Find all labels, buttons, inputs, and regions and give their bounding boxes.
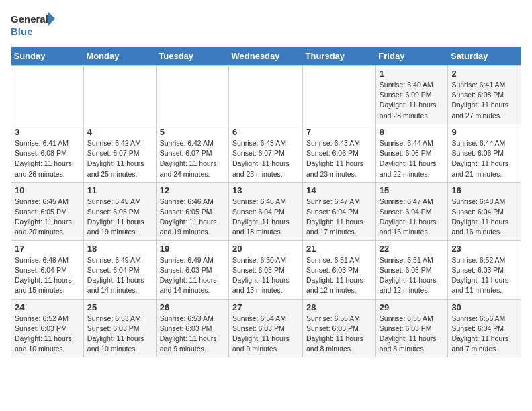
weekday-header: Sunday bbox=[11, 47, 84, 66]
calendar-day-cell: 12Sunrise: 6:46 AM Sunset: 6:05 PM Dayli… bbox=[156, 182, 228, 240]
calendar-day-cell: 20Sunrise: 6:50 AM Sunset: 6:03 PM Dayli… bbox=[229, 240, 303, 299]
calendar-day-cell bbox=[11, 66, 84, 124]
weekday-header: Monday bbox=[83, 47, 156, 66]
calendar-day-cell bbox=[83, 66, 156, 124]
calendar-day-cell: 22Sunrise: 6:51 AM Sunset: 6:03 PM Dayli… bbox=[375, 240, 448, 299]
day-info: Sunrise: 6:42 AM Sunset: 6:07 PM Dayligh… bbox=[87, 138, 152, 179]
day-number: 21 bbox=[306, 244, 372, 254]
calendar-day-cell: 1Sunrise: 6:40 AM Sunset: 6:09 PM Daylig… bbox=[375, 66, 448, 124]
calendar-day-cell bbox=[303, 66, 376, 124]
weekday-header: Saturday bbox=[448, 47, 521, 66]
calendar-day-cell: 28Sunrise: 6:55 AM Sunset: 6:03 PM Dayli… bbox=[303, 299, 376, 357]
day-number: 16 bbox=[451, 185, 517, 195]
day-info: Sunrise: 6:48 AM Sunset: 6:04 PM Dayligh… bbox=[451, 197, 517, 238]
calendar-day-cell bbox=[229, 66, 303, 124]
day-number: 3 bbox=[15, 127, 80, 137]
day-number: 13 bbox=[232, 185, 299, 195]
day-number: 5 bbox=[160, 127, 225, 137]
day-number: 22 bbox=[380, 244, 445, 254]
day-info: Sunrise: 6:56 AM Sunset: 6:04 PM Dayligh… bbox=[451, 314, 517, 355]
day-number: 11 bbox=[87, 185, 152, 195]
day-number: 2 bbox=[451, 68, 517, 79]
calendar-day-cell: 26Sunrise: 6:53 AM Sunset: 6:03 PM Dayli… bbox=[156, 299, 228, 357]
calendar-day-cell: 13Sunrise: 6:46 AM Sunset: 6:04 PM Dayli… bbox=[229, 182, 303, 240]
day-info: Sunrise: 6:50 AM Sunset: 6:03 PM Dayligh… bbox=[232, 255, 299, 296]
day-info: Sunrise: 6:45 AM Sunset: 6:05 PM Dayligh… bbox=[15, 197, 80, 238]
logo-svg: General Blue bbox=[11, 11, 58, 40]
calendar-day-cell: 16Sunrise: 6:48 AM Sunset: 6:04 PM Dayli… bbox=[448, 182, 521, 240]
calendar-day-cell: 15Sunrise: 6:47 AM Sunset: 6:04 PM Dayli… bbox=[375, 182, 448, 240]
day-number: 28 bbox=[306, 302, 372, 312]
day-number: 1 bbox=[380, 68, 445, 79]
calendar-day-cell bbox=[156, 66, 228, 124]
day-number: 4 bbox=[87, 127, 152, 137]
calendar-day-cell: 2Sunrise: 6:41 AM Sunset: 6:08 PM Daylig… bbox=[448, 66, 521, 124]
day-number: 6 bbox=[232, 127, 299, 137]
day-number: 8 bbox=[380, 127, 445, 137]
page-header: General Blue bbox=[11, 11, 521, 40]
day-info: Sunrise: 6:49 AM Sunset: 6:04 PM Dayligh… bbox=[87, 255, 152, 296]
day-info: Sunrise: 6:54 AM Sunset: 6:03 PM Dayligh… bbox=[232, 314, 299, 355]
calendar-week-row: 1Sunrise: 6:40 AM Sunset: 6:09 PM Daylig… bbox=[11, 66, 521, 124]
calendar-day-cell: 8Sunrise: 6:44 AM Sunset: 6:06 PM Daylig… bbox=[375, 124, 448, 182]
day-number: 30 bbox=[451, 302, 517, 312]
calendar-day-cell: 10Sunrise: 6:45 AM Sunset: 6:05 PM Dayli… bbox=[11, 182, 84, 240]
calendar-week-row: 17Sunrise: 6:48 AM Sunset: 6:04 PM Dayli… bbox=[11, 240, 521, 299]
day-info: Sunrise: 6:46 AM Sunset: 6:05 PM Dayligh… bbox=[160, 197, 225, 238]
day-info: Sunrise: 6:44 AM Sunset: 6:06 PM Dayligh… bbox=[380, 138, 445, 179]
svg-text:General: General bbox=[11, 13, 48, 25]
day-number: 12 bbox=[160, 185, 225, 195]
day-number: 19 bbox=[160, 244, 225, 254]
day-number: 18 bbox=[87, 244, 152, 254]
day-info: Sunrise: 6:42 AM Sunset: 6:07 PM Dayligh… bbox=[160, 138, 225, 179]
day-info: Sunrise: 6:47 AM Sunset: 6:04 PM Dayligh… bbox=[306, 197, 372, 238]
day-info: Sunrise: 6:46 AM Sunset: 6:04 PM Dayligh… bbox=[232, 197, 299, 238]
day-number: 26 bbox=[160, 302, 225, 312]
day-number: 14 bbox=[306, 185, 372, 195]
calendar-day-cell: 3Sunrise: 6:41 AM Sunset: 6:08 PM Daylig… bbox=[11, 124, 84, 182]
day-info: Sunrise: 6:52 AM Sunset: 6:03 PM Dayligh… bbox=[451, 255, 517, 296]
day-number: 23 bbox=[451, 244, 517, 254]
day-number: 29 bbox=[380, 302, 445, 312]
weekday-header: Friday bbox=[375, 47, 448, 66]
calendar-day-cell: 27Sunrise: 6:54 AM Sunset: 6:03 PM Dayli… bbox=[229, 299, 303, 357]
day-info: Sunrise: 6:45 AM Sunset: 6:05 PM Dayligh… bbox=[87, 197, 152, 238]
day-number: 17 bbox=[15, 244, 80, 254]
day-number: 15 bbox=[380, 185, 445, 195]
weekday-header: Tuesday bbox=[156, 47, 228, 66]
day-info: Sunrise: 6:44 AM Sunset: 6:06 PM Dayligh… bbox=[451, 138, 517, 179]
day-info: Sunrise: 6:40 AM Sunset: 6:09 PM Dayligh… bbox=[380, 80, 445, 121]
calendar-day-cell: 4Sunrise: 6:42 AM Sunset: 6:07 PM Daylig… bbox=[83, 124, 156, 182]
calendar-day-cell: 6Sunrise: 6:43 AM Sunset: 6:07 PM Daylig… bbox=[229, 124, 303, 182]
calendar-day-cell: 23Sunrise: 6:52 AM Sunset: 6:03 PM Dayli… bbox=[448, 240, 521, 299]
day-number: 9 bbox=[451, 127, 517, 137]
weekday-header: Thursday bbox=[303, 47, 376, 66]
day-number: 10 bbox=[15, 185, 80, 195]
day-info: Sunrise: 6:52 AM Sunset: 6:03 PM Dayligh… bbox=[15, 314, 80, 355]
weekday-header: Wednesday bbox=[229, 47, 303, 66]
day-info: Sunrise: 6:51 AM Sunset: 6:03 PM Dayligh… bbox=[380, 255, 445, 296]
calendar-week-row: 24Sunrise: 6:52 AM Sunset: 6:03 PM Dayli… bbox=[11, 299, 521, 357]
calendar-day-cell: 18Sunrise: 6:49 AM Sunset: 6:04 PM Dayli… bbox=[83, 240, 156, 299]
day-info: Sunrise: 6:53 AM Sunset: 6:03 PM Dayligh… bbox=[87, 314, 152, 355]
logo: General Blue bbox=[11, 11, 58, 40]
day-info: Sunrise: 6:47 AM Sunset: 6:04 PM Dayligh… bbox=[380, 197, 445, 238]
calendar-day-cell: 21Sunrise: 6:51 AM Sunset: 6:03 PM Dayli… bbox=[303, 240, 376, 299]
day-number: 25 bbox=[87, 302, 152, 312]
calendar-table: SundayMondayTuesdayWednesdayThursdayFrid… bbox=[11, 47, 521, 357]
calendar-day-cell: 19Sunrise: 6:49 AM Sunset: 6:03 PM Dayli… bbox=[156, 240, 228, 299]
day-info: Sunrise: 6:41 AM Sunset: 6:08 PM Dayligh… bbox=[451, 80, 517, 121]
calendar-day-cell: 9Sunrise: 6:44 AM Sunset: 6:06 PM Daylig… bbox=[448, 124, 521, 182]
day-info: Sunrise: 6:53 AM Sunset: 6:03 PM Dayligh… bbox=[160, 314, 225, 355]
svg-marker-2 bbox=[48, 12, 55, 26]
day-info: Sunrise: 6:55 AM Sunset: 6:03 PM Dayligh… bbox=[306, 314, 372, 355]
day-number: 24 bbox=[15, 302, 80, 312]
calendar-day-cell: 7Sunrise: 6:43 AM Sunset: 6:06 PM Daylig… bbox=[303, 124, 376, 182]
day-info: Sunrise: 6:48 AM Sunset: 6:04 PM Dayligh… bbox=[15, 255, 80, 296]
weekday-header-row: SundayMondayTuesdayWednesdayThursdayFrid… bbox=[11, 47, 521, 66]
calendar-week-row: 3Sunrise: 6:41 AM Sunset: 6:08 PM Daylig… bbox=[11, 124, 521, 182]
day-info: Sunrise: 6:49 AM Sunset: 6:03 PM Dayligh… bbox=[160, 255, 225, 296]
calendar-day-cell: 29Sunrise: 6:55 AM Sunset: 6:03 PM Dayli… bbox=[375, 299, 448, 357]
day-info: Sunrise: 6:41 AM Sunset: 6:08 PM Dayligh… bbox=[15, 138, 80, 179]
day-number: 7 bbox=[306, 127, 372, 137]
